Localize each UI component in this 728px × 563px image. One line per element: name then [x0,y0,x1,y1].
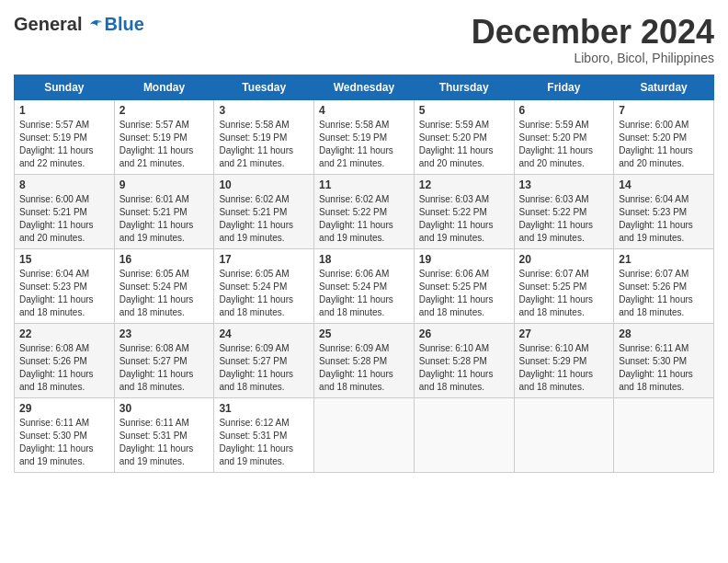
day-number: 7 [619,104,709,117]
day-info: Sunrise: 6:02 AMSunset: 5:21 PMDaylight:… [219,194,293,243]
logo-general-text: General [14,14,82,35]
calendar-day-header: Saturday [614,75,714,99]
calendar-day-header: Tuesday [214,75,314,99]
day-number: 20 [519,253,609,266]
day-number: 10 [219,178,309,191]
calendar-day-cell: 8 Sunrise: 6:00 AMSunset: 5:21 PMDayligh… [15,174,115,248]
day-number: 27 [519,327,609,340]
day-info: Sunrise: 6:08 AMSunset: 5:27 PMDaylight:… [119,343,194,392]
day-number: 18 [319,253,409,266]
day-number: 21 [619,253,709,266]
calendar-day-cell: 2 Sunrise: 5:57 AMSunset: 5:19 PMDayligh… [114,99,214,174]
logo: General Blue [14,14,144,35]
day-number: 23 [119,327,210,340]
calendar-day-cell: 21 Sunrise: 6:07 AMSunset: 5:26 PMDaylig… [614,248,714,323]
day-number: 19 [419,253,509,266]
day-number: 31 [219,402,309,415]
day-number: 6 [519,104,609,117]
calendar-day-cell: 13 Sunrise: 6:03 AMSunset: 5:22 PMDaylig… [514,174,614,248]
calendar-day-cell: 9 Sunrise: 6:01 AMSunset: 5:21 PMDayligh… [114,174,214,248]
day-number: 14 [619,178,709,191]
calendar-day-cell: 11 Sunrise: 6:02 AMSunset: 5:22 PMDaylig… [314,174,415,248]
calendar-day-cell: 15 Sunrise: 6:04 AMSunset: 5:23 PMDaylig… [15,248,115,323]
day-info: Sunrise: 6:08 AMSunset: 5:26 PMDaylight:… [19,343,94,392]
day-number: 3 [219,104,309,117]
calendar-day-cell: 17 Sunrise: 6:05 AMSunset: 5:24 PMDaylig… [214,248,314,323]
calendar-week-row: 1 Sunrise: 5:57 AMSunset: 5:19 PMDayligh… [15,99,714,174]
day-number: 28 [619,327,709,340]
day-info: Sunrise: 6:06 AMSunset: 5:24 PMDaylight:… [319,269,393,317]
calendar-week-row: 8 Sunrise: 6:00 AMSunset: 5:21 PMDayligh… [15,174,714,248]
day-info: Sunrise: 6:03 AMSunset: 5:22 PMDaylight:… [519,194,594,243]
day-number: 29 [19,402,109,415]
calendar-day-cell: 23 Sunrise: 6:08 AMSunset: 5:27 PMDaylig… [114,323,214,397]
day-number: 8 [19,178,109,191]
day-number: 25 [319,327,409,340]
calendar-day-cell [514,397,614,472]
calendar-day-cell: 22 Sunrise: 6:08 AMSunset: 5:26 PMDaylig… [15,323,115,397]
calendar-day-cell: 25 Sunrise: 6:09 AMSunset: 5:28 PMDaylig… [314,323,415,397]
calendar-day-cell: 27 Sunrise: 6:10 AMSunset: 5:29 PMDaylig… [514,323,614,397]
day-number: 13 [519,178,609,191]
calendar-week-row: 29 Sunrise: 6:11 AMSunset: 5:30 PMDaylig… [15,397,714,472]
day-info: Sunrise: 6:05 AMSunset: 5:24 PMDaylight:… [119,269,194,317]
day-number: 12 [419,178,509,191]
day-info: Sunrise: 6:10 AMSunset: 5:29 PMDaylight:… [519,343,594,392]
calendar-day-header: Wednesday [314,75,415,99]
calendar-day-cell: 28 Sunrise: 6:11 AMSunset: 5:30 PMDaylig… [614,323,714,397]
day-info: Sunrise: 6:01 AMSunset: 5:21 PMDaylight:… [119,194,194,243]
day-info: Sunrise: 5:59 AMSunset: 5:20 PMDaylight:… [519,120,594,168]
day-number: 15 [19,253,109,266]
day-number: 5 [419,104,509,117]
day-number: 24 [219,327,309,340]
calendar-table: SundayMondayTuesdayWednesdayThursdayFrid… [14,75,714,473]
calendar-day-header: Friday [514,75,614,99]
calendar-day-cell: 12 Sunrise: 6:03 AMSunset: 5:22 PMDaylig… [414,174,514,248]
location-text: Liboro, Bicol, Philippines [472,51,714,65]
day-number: 17 [219,253,309,266]
page-header: General Blue December 2024 Liboro, Bicol… [14,14,714,65]
day-number: 26 [419,327,509,340]
calendar-day-cell: 3 Sunrise: 5:58 AMSunset: 5:19 PMDayligh… [214,99,314,174]
calendar-day-cell: 14 Sunrise: 6:04 AMSunset: 5:23 PMDaylig… [614,174,714,248]
day-number: 2 [119,104,210,117]
day-number: 30 [119,402,210,415]
day-info: Sunrise: 6:00 AMSunset: 5:21 PMDaylight:… [19,194,94,243]
logo-bird-icon [85,17,102,33]
title-block: December 2024 Liboro, Bicol, Philippines [472,14,714,65]
calendar-day-cell: 24 Sunrise: 6:09 AMSunset: 5:27 PMDaylig… [214,323,314,397]
calendar-day-header: Monday [114,75,214,99]
day-info: Sunrise: 6:05 AMSunset: 5:24 PMDaylight:… [219,269,293,317]
calendar-week-row: 15 Sunrise: 6:04 AMSunset: 5:23 PMDaylig… [15,248,714,323]
day-info: Sunrise: 6:10 AMSunset: 5:28 PMDaylight:… [419,343,494,392]
calendar-day-cell: 30 Sunrise: 6:11 AMSunset: 5:31 PMDaylig… [114,397,214,472]
day-info: Sunrise: 5:57 AMSunset: 5:19 PMDaylight:… [19,120,94,168]
calendar-day-cell: 5 Sunrise: 5:59 AMSunset: 5:20 PMDayligh… [414,99,514,174]
day-info: Sunrise: 6:06 AMSunset: 5:25 PMDaylight:… [419,269,494,317]
day-info: Sunrise: 6:11 AMSunset: 5:30 PMDaylight:… [19,418,94,466]
day-number: 1 [19,104,109,117]
calendar-day-cell: 29 Sunrise: 6:11 AMSunset: 5:30 PMDaylig… [15,397,115,472]
day-info: Sunrise: 5:59 AMSunset: 5:20 PMDaylight:… [419,120,494,168]
month-title: December 2024 [472,14,714,51]
day-number: 11 [319,178,409,191]
calendar-day-cell [314,397,415,472]
day-info: Sunrise: 6:07 AMSunset: 5:25 PMDaylight:… [519,269,594,317]
calendar-day-cell: 4 Sunrise: 5:58 AMSunset: 5:19 PMDayligh… [314,99,415,174]
day-info: Sunrise: 6:11 AMSunset: 5:30 PMDaylight:… [619,343,693,392]
day-info: Sunrise: 6:09 AMSunset: 5:28 PMDaylight:… [319,343,393,392]
calendar-day-cell: 10 Sunrise: 6:02 AMSunset: 5:21 PMDaylig… [214,174,314,248]
day-info: Sunrise: 6:03 AMSunset: 5:22 PMDaylight:… [419,194,494,243]
calendar-day-cell: 7 Sunrise: 6:00 AMSunset: 5:20 PMDayligh… [614,99,714,174]
calendar-day-cell: 18 Sunrise: 6:06 AMSunset: 5:24 PMDaylig… [314,248,415,323]
day-number: 4 [319,104,409,117]
day-info: Sunrise: 5:58 AMSunset: 5:19 PMDaylight:… [219,120,293,168]
day-number: 22 [19,327,109,340]
calendar-header-row: SundayMondayTuesdayWednesdayThursdayFrid… [15,75,714,99]
calendar-day-cell [414,397,514,472]
day-info: Sunrise: 6:09 AMSunset: 5:27 PMDaylight:… [219,343,293,392]
day-info: Sunrise: 5:58 AMSunset: 5:19 PMDaylight:… [319,120,393,168]
day-info: Sunrise: 6:00 AMSunset: 5:20 PMDaylight:… [619,120,693,168]
day-number: 9 [119,178,210,191]
day-info: Sunrise: 6:07 AMSunset: 5:26 PMDaylight:… [619,269,693,317]
